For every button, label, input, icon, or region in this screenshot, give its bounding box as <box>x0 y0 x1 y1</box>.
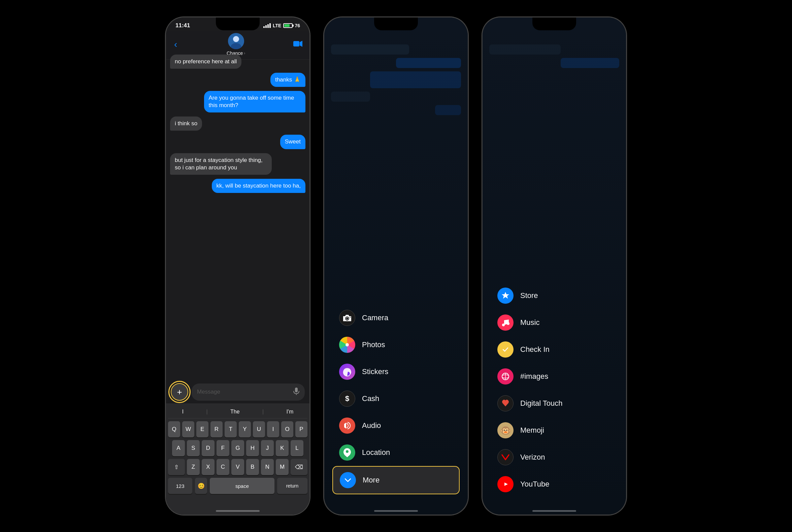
music-icon <box>497 315 513 331</box>
phone-1: 11:41 LTE 76 ‹ <box>165 17 310 515</box>
app-images[interactable]: #images <box>491 363 618 390</box>
message-bubble-1: no preference here at all <box>170 55 242 69</box>
keyboard: I | The | I'm Q W E R T Y U I O P A <box>166 403 309 514</box>
key-b[interactable]: B <box>246 459 259 475</box>
more-options-list: Store Music <box>483 282 626 498</box>
message-bubble-2: thanks 🙏 <box>270 73 305 87</box>
app-memoji[interactable]: 🐵 Memoji <box>491 417 618 444</box>
network-type: LTE <box>273 23 281 28</box>
message-bubble-7: kk, will be staycation here too ha, <box>212 179 305 193</box>
key-s[interactable]: S <box>187 440 200 456</box>
app-photos[interactable]: Photos <box>332 331 460 358</box>
battery-icon <box>283 23 293 28</box>
photos-label: Photos <box>362 340 385 349</box>
key-m[interactable]: M <box>276 459 288 475</box>
home-indicator-2 <box>374 510 418 512</box>
pred-2[interactable]: The <box>225 409 245 415</box>
app-more[interactable]: More <box>332 466 460 494</box>
back-button[interactable]: ‹ <box>173 38 178 51</box>
key-delete[interactable]: ⌫ <box>290 459 307 475</box>
digitaltouch-icon <box>497 395 513 412</box>
key-a[interactable]: A <box>172 440 185 456</box>
youtube-label: YouTube <box>520 480 549 489</box>
key-j[interactable]: J <box>261 440 274 456</box>
cash-icon: $ <box>339 391 355 407</box>
battery-pct: 76 <box>295 23 300 28</box>
app-camera[interactable]: Camera <box>332 304 460 331</box>
svg-marker-4 <box>300 41 302 47</box>
key-return[interactable]: return <box>277 478 307 494</box>
key-f[interactable]: F <box>216 440 229 456</box>
app-store[interactable]: Store <box>491 282 618 309</box>
key-space[interactable]: space <box>210 478 275 494</box>
app-verizon[interactable]: Verizon <box>491 444 618 471</box>
svg-point-12 <box>502 324 505 326</box>
plus-button[interactable]: + <box>171 383 188 401</box>
key-w[interactable]: W <box>182 421 194 437</box>
key-u[interactable]: U <box>253 421 265 437</box>
key-t[interactable]: T <box>225 421 237 437</box>
status-icons: LTE 76 <box>263 23 300 28</box>
key-z[interactable]: Z <box>187 459 200 475</box>
signal-bar-3 <box>267 24 269 28</box>
key-o[interactable]: O <box>281 421 293 437</box>
app-location[interactable]: Location <box>332 439 460 466</box>
svg-point-13 <box>507 322 509 325</box>
images-label: #images <box>520 372 548 381</box>
message-input[interactable]: Message <box>192 383 305 401</box>
app-stickers[interactable]: Stickers <box>332 358 460 385</box>
location-label: Location <box>362 448 390 457</box>
key-n[interactable]: N <box>261 459 274 475</box>
home-indicator-3 <box>532 510 576 512</box>
svg-point-14 <box>502 345 509 354</box>
key-y[interactable]: Y <box>239 421 251 437</box>
key-l[interactable]: L <box>290 440 303 456</box>
app-audio[interactable]: Audio <box>332 412 460 439</box>
location-icon <box>339 444 355 461</box>
key-v[interactable]: V <box>231 459 244 475</box>
memoji-label: Memoji <box>520 426 544 435</box>
avatar-image <box>228 33 244 49</box>
svg-point-11 <box>346 450 348 453</box>
stickers-icon <box>339 364 355 380</box>
key-h[interactable]: H <box>246 440 259 456</box>
checkin-icon <box>497 341 513 358</box>
memoji-icon: 🐵 <box>497 422 513 438</box>
phone-3-screen: Store Music <box>483 18 626 514</box>
key-p[interactable]: P <box>295 421 307 437</box>
key-x[interactable]: X <box>202 459 214 475</box>
input-placeholder: Message <box>197 388 220 395</box>
video-call-button[interactable] <box>293 40 303 49</box>
contact-avatar <box>228 33 244 49</box>
svg-point-10 <box>345 343 349 346</box>
app-cash[interactable]: $ Cash <box>332 385 460 412</box>
key-e[interactable]: E <box>196 421 208 437</box>
key-r[interactable]: R <box>210 421 223 437</box>
phone-3: Store Music <box>482 17 627 515</box>
message-1: no preference here at all <box>170 55 305 71</box>
pred-1[interactable]: I <box>177 409 189 415</box>
app-music[interactable]: Music <box>491 309 618 336</box>
app-digitaltouch[interactable]: Digital Touch <box>491 390 618 417</box>
message-bubble-3: Are you gonna take off some time this mo… <box>204 91 306 112</box>
app-checkin[interactable]: Check In <box>491 336 618 363</box>
key-d[interactable]: D <box>202 440 214 456</box>
key-i[interactable]: I <box>267 421 279 437</box>
pred-3[interactable]: I'm <box>281 409 299 415</box>
key-g[interactable]: G <box>231 440 244 456</box>
key-shift[interactable]: ⇧ <box>168 459 185 475</box>
key-123[interactable]: 123 <box>168 478 192 494</box>
music-label: Music <box>520 318 540 327</box>
verizon-icon <box>497 449 513 466</box>
signal-bar-2 <box>265 25 267 28</box>
pred-div-2: | <box>262 409 264 415</box>
key-k[interactable]: K <box>276 440 288 456</box>
app-picker-list: Camera Photos Stickers <box>324 304 468 494</box>
message-6: but just for a staycation style thing, s… <box>170 153 305 177</box>
key-emoji[interactable]: 😊 <box>195 478 207 494</box>
youtube-icon <box>497 476 513 492</box>
key-c[interactable]: C <box>216 459 229 475</box>
app-youtube[interactable]: YouTube <box>491 471 618 498</box>
key-q[interactable]: Q <box>168 421 180 437</box>
svg-rect-3 <box>293 41 299 46</box>
